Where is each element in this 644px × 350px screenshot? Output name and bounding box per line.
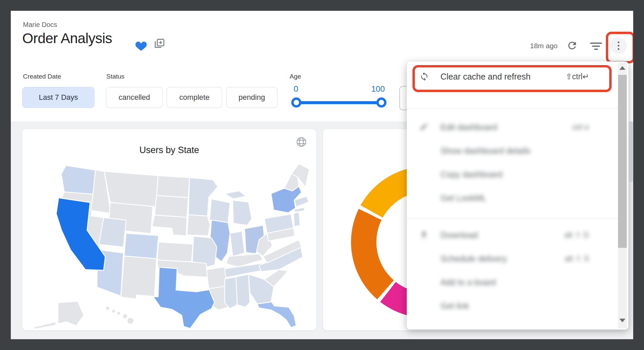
state-washington[interactable] xyxy=(61,166,95,194)
menu-bottom-fade xyxy=(407,311,618,329)
state-nebraska[interactable] xyxy=(152,215,187,236)
state-north-dakota[interactable] xyxy=(157,176,190,198)
state-michigan[interactable] xyxy=(233,200,252,226)
breadcrumb[interactable]: Marie Docs xyxy=(23,21,57,29)
state-hawaii[interactable] xyxy=(106,307,133,324)
state-indiana[interactable] xyxy=(230,231,244,257)
age-slider-min-label: 0 xyxy=(294,84,298,94)
download-icon xyxy=(420,230,429,240)
menu-item-label: Add to a board xyxy=(440,278,496,287)
state-arkansas[interactable] xyxy=(206,267,227,289)
page-scrollbar-thumb[interactable] xyxy=(629,121,633,182)
state-alaska[interactable] xyxy=(58,301,84,326)
menu-item-label: Clear cache and refresh xyxy=(440,72,531,82)
filter-label-created-date: Created Date xyxy=(23,73,61,80)
menu-item-get-lookml[interactable]: Get LookML xyxy=(407,186,606,210)
chart-title: Users by State xyxy=(22,145,316,155)
state-wisconsin[interactable] xyxy=(210,199,230,223)
filter-chip-status-complete[interactable]: complete xyxy=(167,87,222,108)
filter-icon[interactable] xyxy=(590,41,602,53)
menu-item-clear-cache[interactable]: Clear cache and refresh ⇧ctrl↵ xyxy=(407,65,606,88)
filter-chip-created-date[interactable]: Last 7 Days xyxy=(22,87,95,108)
state-montana[interactable] xyxy=(104,171,158,207)
age-slider-handle-min[interactable] xyxy=(291,97,301,108)
scroll-down-arrow-icon[interactable] xyxy=(619,319,625,322)
state-alaska-aleutians[interactable] xyxy=(34,322,56,329)
sync-icon xyxy=(420,72,429,81)
state-kansas[interactable] xyxy=(157,242,193,262)
globe-icon[interactable] xyxy=(296,137,307,147)
state-florida[interactable] xyxy=(257,302,296,327)
menu-item-label: Get LookML xyxy=(440,193,486,203)
menu-item-show-details[interactable]: Show dashboard details xyxy=(407,139,606,163)
state-michigan-upper[interactable] xyxy=(225,191,246,199)
kebab-icon xyxy=(618,41,619,50)
filter-chip-status-cancelled[interactable]: cancelled xyxy=(106,87,163,108)
menu-item-shortcut: ctrl e xyxy=(572,123,589,132)
state-iowa[interactable] xyxy=(187,215,210,236)
menu-item-label: Schedule delivery xyxy=(440,254,507,264)
menu-item-shortcut: ⇧ctrl↵ xyxy=(566,72,589,81)
menu-divider xyxy=(407,218,618,218)
state-utah[interactable] xyxy=(99,218,126,247)
state-new-jersey[interactable] xyxy=(294,212,300,227)
menu-scrollbar-thumb[interactable] xyxy=(618,75,627,248)
state-new-mexico[interactable] xyxy=(121,256,157,299)
dashboard-actions-menu: Clear cache and refresh ⇧ctrl↵ Edit dash… xyxy=(407,61,628,329)
age-slider-track[interactable] xyxy=(296,101,381,104)
menu-item-download[interactable]: Download alt ⇧ D xyxy=(407,223,606,247)
filter-label-age: Age xyxy=(290,73,301,80)
favorite-heart-icon[interactable] xyxy=(134,39,148,51)
pencil-icon xyxy=(420,122,429,132)
menu-divider xyxy=(407,108,618,109)
age-slider-max-label: 100 xyxy=(371,84,385,94)
filter-chip-status-pending[interactable]: pending xyxy=(226,87,277,108)
scroll-up-arrow-icon[interactable] xyxy=(619,66,625,70)
menu-item-schedule-delivery[interactable]: Schedule delivery alt ⇧ S xyxy=(407,247,606,270)
menu-item-label: Get link xyxy=(440,301,469,311)
menu-item-label: Copy dashboard xyxy=(440,170,502,179)
state-colorado[interactable] xyxy=(124,233,159,259)
menu-item-edit-dashboard[interactable]: Edit dashboard ctrl e xyxy=(407,115,606,139)
state-south-dakota[interactable] xyxy=(155,196,188,217)
filter-label-status: Status xyxy=(106,73,125,80)
us-choropleth-map[interactable] xyxy=(26,160,313,329)
menu-item-label: Show dashboard details xyxy=(440,146,531,156)
menu-item-copy-dashboard[interactable]: Copy dashboard xyxy=(407,163,606,186)
last-updated-label: 18m ago xyxy=(517,42,558,50)
screenshot-frame: Marie Docs Order Analysis 18m ago Create… xyxy=(0,0,644,350)
menu-item-label: Edit dashboard xyxy=(440,122,497,132)
dashboard-window: Marie Docs Order Analysis 18m ago Create… xyxy=(11,11,633,339)
dashboard-actions-kebab-button[interactable] xyxy=(610,37,627,54)
menu-item-label: Download xyxy=(440,230,478,240)
refresh-icon[interactable] xyxy=(566,40,579,52)
menu-item-shortcut: alt ⇧ D xyxy=(564,231,589,240)
add-to-collection-icon[interactable] xyxy=(153,38,165,50)
users-by-state-card: Users by State xyxy=(22,129,316,330)
state-alabama[interactable] xyxy=(236,274,250,307)
age-slider-handle-max[interactable] xyxy=(376,97,386,108)
menu-item-add-to-board[interactable]: Add to a board xyxy=(407,270,606,294)
state-mississippi[interactable] xyxy=(225,277,237,309)
menu-item-shortcut: alt ⇧ S xyxy=(565,254,589,263)
page-title: Order Analysis xyxy=(22,30,112,47)
